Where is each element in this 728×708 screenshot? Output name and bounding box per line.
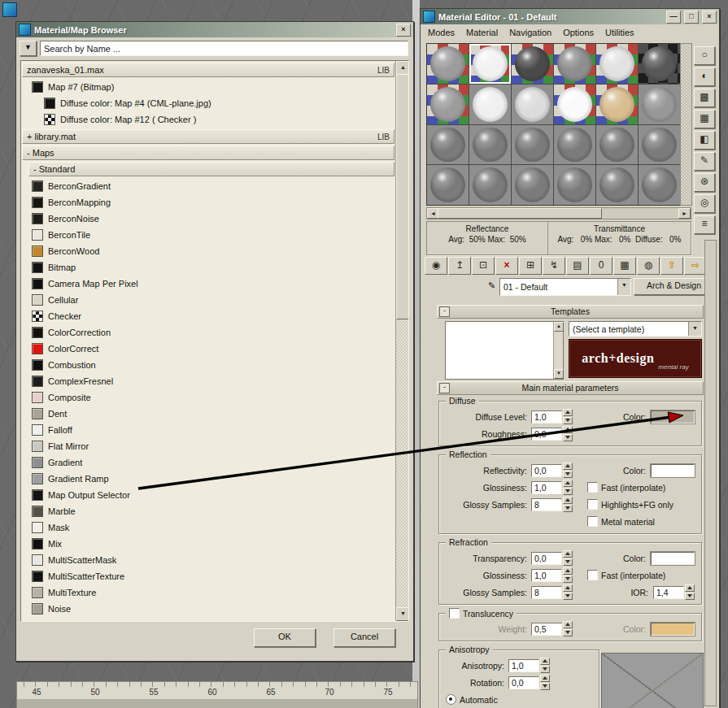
eyedropper-icon[interactable]: ✎: [486, 279, 498, 293]
sample-slot[interactable]: [427, 44, 469, 84]
scroll-right-icon[interactable]: ►: [678, 208, 691, 219]
put-to-library-icon[interactable]: ▤: [566, 257, 589, 275]
spinner-arrows[interactable]: [540, 658, 550, 673]
arch-design-button[interactable]: Arch & Design: [634, 278, 714, 295]
list-item[interactable]: ColorCorrect: [21, 341, 395, 357]
list-item[interactable]: BerconGradient: [21, 178, 395, 194]
reset-map-icon[interactable]: ×: [495, 257, 518, 275]
reflectivity-input[interactable]: 0,0: [531, 464, 562, 477]
list-item[interactable]: Checker: [21, 308, 395, 324]
reflection-color-swatch[interactable]: [651, 464, 695, 477]
sample-slot[interactable]: [427, 165, 469, 205]
scroll-up-icon[interactable]: ▲: [396, 61, 409, 75]
list-item[interactable]: Diffuse color: Map #12 ( Checker ): [21, 111, 395, 128]
scroll-down-icon[interactable]: ▼: [396, 607, 409, 621]
spinner-arrows[interactable]: [563, 426, 573, 441]
sample-slot[interactable]: [554, 165, 595, 205]
sample-slot[interactable]: [554, 44, 595, 84]
params-scrollbar[interactable]: [704, 240, 717, 706]
backlight-icon[interactable]: ◐: [694, 67, 715, 86]
go-forward-to-sibling-icon[interactable]: ⇨: [684, 257, 707, 275]
spinner-arrows[interactable]: [563, 621, 573, 636]
chevron-down-icon[interactable]: ▼: [688, 322, 701, 336]
templates-rollout-header[interactable]: - Templates: [437, 305, 704, 319]
sample-uv-tiling-icon[interactable]: ▦: [694, 110, 715, 128]
editor-titlebar[interactable]: Material Editor - 01 - Default — □ ×: [421, 9, 719, 24]
sample-slot[interactable]: [469, 165, 511, 205]
spinner-arrows[interactable]: [563, 497, 573, 512]
list-item[interactable]: Cellular: [21, 292, 395, 308]
sample-slot[interactable]: [596, 165, 638, 205]
reflection-glossiness-input[interactable]: 1,0: [531, 481, 562, 494]
rotation-input[interactable]: 0,0: [508, 676, 539, 689]
standard-group-header[interactable]: - Standard: [28, 162, 395, 176]
list-item[interactable]: Marble: [21, 503, 395, 519]
template-preview-list[interactable]: ▲ ▼: [445, 321, 564, 380]
template-select-dropdown[interactable]: (Select a template) ▼: [569, 321, 702, 337]
sample-slot[interactable]: [427, 85, 469, 124]
make-unique-icon[interactable]: ↯: [543, 257, 565, 275]
translucency-color-swatch[interactable]: [651, 623, 695, 636]
spinner-arrows[interactable]: [540, 675, 550, 690]
sample-slot[interactable]: [512, 165, 553, 205]
main-params-rollout-header[interactable]: - Main material parameters: [437, 381, 704, 395]
sample-slot[interactable]: [596, 125, 638, 165]
search-input[interactable]: [40, 41, 408, 56]
put-material-to-scene-icon[interactable]: ↥: [448, 257, 471, 275]
sample-slot[interactable]: [639, 125, 680, 165]
material-map-navigator-icon[interactable]: ≡: [694, 215, 715, 234]
list-item-gradient-ramp[interactable]: Gradient Ramp: [21, 471, 395, 487]
slots-vertical-scrollbar[interactable]: [680, 43, 692, 206]
filter-dropdown-icon[interactable]: ▼: [20, 41, 37, 56]
refraction-glossiness-input[interactable]: 1,0: [531, 569, 562, 582]
chevron-down-icon[interactable]: ▼: [617, 279, 630, 295]
list-item[interactable]: BerconWood: [21, 243, 395, 259]
make-material-copy-icon[interactable]: ⊞: [519, 257, 542, 275]
maximize-icon[interactable]: □: [684, 11, 699, 24]
make-preview-icon[interactable]: ✎: [694, 152, 715, 171]
fast-interpolate-checkbox[interactable]: [587, 570, 598, 580]
scene-group-header[interactable]: zanaveska_01.max LIB: [22, 63, 395, 77]
menu-material[interactable]: Material: [460, 28, 503, 37]
list-item[interactable]: Camera Map Per Pixel: [21, 276, 395, 292]
minimize-icon[interactable]: —: [666, 11, 681, 24]
sample-slot[interactable]: [512, 125, 553, 165]
maps-group-header[interactable]: - Maps: [22, 146, 395, 160]
library-group-header[interactable]: + library.mat LIB: [22, 129, 395, 144]
sample-slot[interactable]: [639, 165, 680, 205]
collapse-icon[interactable]: -: [439, 383, 450, 393]
browser-titlebar[interactable]: Material/Map Browser ×: [16, 22, 413, 37]
video-color-check-icon[interactable]: ◧: [694, 131, 715, 150]
list-item[interactable]: Mask: [21, 519, 395, 536]
get-material-icon[interactable]: ◉: [425, 257, 447, 275]
sample-slot[interactable]: [469, 85, 511, 124]
refraction-color-swatch[interactable]: [651, 552, 695, 565]
reflection-samples-input[interactable]: 8: [531, 498, 562, 511]
anisotropy-input[interactable]: 1,0: [508, 659, 539, 672]
diffuse-level-input[interactable]: 1,0: [531, 410, 562, 423]
list-item[interactable]: Map #7 (Bitmap): [21, 79, 395, 95]
highlights-fg-only-checkbox[interactable]: [587, 499, 598, 510]
refraction-samples-input[interactable]: 8: [531, 586, 562, 599]
sample-slot-active[interactable]: [469, 44, 511, 84]
list-item[interactable]: ColorCorrection: [21, 324, 395, 341]
sample-slot[interactable]: [596, 44, 638, 84]
menu-options[interactable]: Options: [557, 28, 599, 37]
list-item[interactable]: Gradient: [21, 454, 395, 471]
ok-button[interactable]: OK: [254, 628, 316, 647]
timeline-ruler[interactable]: 45 50 55 60 65 70 75: [16, 681, 418, 700]
sample-slot[interactable]: [639, 85, 680, 124]
select-by-material-icon[interactable]: ◎: [694, 194, 715, 213]
material-name-dropdown[interactable]: 01 - Default ▼: [499, 278, 631, 296]
scrollbar-thumb[interactable]: [438, 208, 602, 219]
options-icon[interactable]: ⊛: [694, 173, 715, 192]
scroll-down-icon[interactable]: ▼: [554, 369, 564, 379]
sample-slot[interactable]: [469, 125, 511, 165]
track-bar[interactable]: [16, 699, 418, 708]
show-map-in-viewport-icon[interactable]: ▦: [613, 257, 636, 275]
sample-slot[interactable]: [596, 85, 638, 124]
menu-utilities[interactable]: Utilities: [599, 28, 639, 37]
roughness-input[interactable]: 0,0: [531, 428, 562, 441]
spinner-arrows[interactable]: [563, 584, 573, 600]
close-icon[interactable]: ×: [702, 11, 717, 24]
